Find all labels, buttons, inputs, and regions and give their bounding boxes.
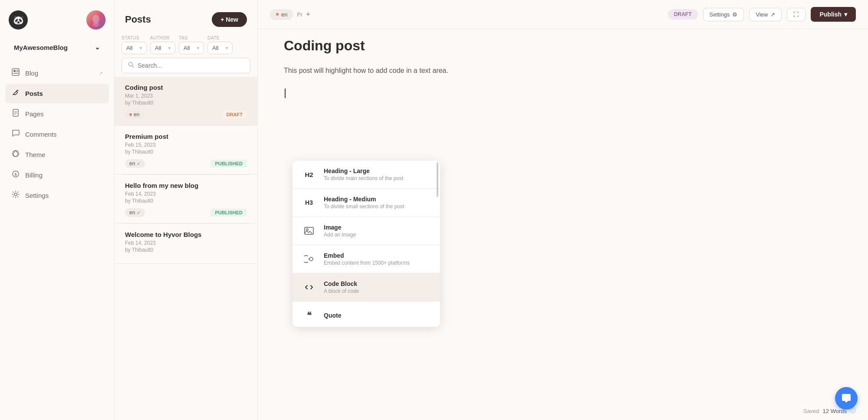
sidebar-item-billing[interactable]: $ Billing xyxy=(5,165,109,185)
posts-header: Posts + New xyxy=(115,0,257,36)
settings-label: Settings xyxy=(710,11,730,18)
user-avatar[interactable] xyxy=(86,10,105,30)
lang-text: en xyxy=(134,112,139,118)
sidebar-item-label: Comments xyxy=(25,131,57,138)
settings-icon xyxy=(11,190,20,200)
status-dropdown[interactable]: All ▾ xyxy=(122,42,147,54)
dropdown-text: Quote xyxy=(324,312,431,319)
lang-check-icon: ✓ xyxy=(137,210,141,216)
avatar-icon xyxy=(86,10,105,30)
post-title: Coding post xyxy=(284,38,842,54)
embed-icon xyxy=(301,251,317,267)
sidebar-item-settings[interactable]: Settings xyxy=(5,186,109,205)
dropdown-text: Image Add an image xyxy=(324,224,431,238)
chat-support-button[interactable] xyxy=(835,387,858,410)
search-box xyxy=(122,58,250,73)
block-title: Embed xyxy=(324,252,431,259)
author-value: All xyxy=(155,45,161,51)
post-title: Coding post xyxy=(125,84,247,91)
saved-label: Saved xyxy=(803,408,819,414)
filters-row: STATUS All ▾ AUTHOR All ▾ TAG All ▾ DATE… xyxy=(115,36,257,58)
date-dropdown[interactable]: All ▾ xyxy=(207,42,233,54)
publish-button[interactable]: Publish ▾ xyxy=(811,7,856,22)
blog-name-label: MyAwesomeBlog xyxy=(14,44,68,51)
sidebar-item-label: Billing xyxy=(25,171,43,179)
dropdown-text: Heading - Medium To divide small section… xyxy=(324,196,431,210)
lang-tab-fr[interactable]: Fr xyxy=(297,11,302,18)
view-button[interactable]: View ↗ xyxy=(749,8,782,21)
search-input[interactable] xyxy=(138,62,244,69)
dropdown-text: Code Block A block of code xyxy=(324,280,431,294)
lang-tab-en[interactable]: en xyxy=(270,9,293,20)
chevron-down-icon: ⌄ xyxy=(95,43,100,51)
blog-name-selector[interactable]: MyAwesomeBlog ⌄ xyxy=(5,38,109,56)
date-value: All xyxy=(212,45,218,51)
author-dropdown[interactable]: All ▾ xyxy=(150,42,175,54)
block-title: Code Block xyxy=(324,280,431,287)
list-item[interactable]: Welcome to Hyvor Blogs Feb 14, 2023 by T… xyxy=(115,224,257,264)
post-footer: en ✓ PUBLISHED xyxy=(125,159,247,168)
list-item[interactable]: Premium post Feb 15, 2023 by Thibault0 e… xyxy=(115,126,257,174)
status-label: STATUS xyxy=(122,36,147,40)
lang-badge[interactable]: en ✓ xyxy=(125,159,145,168)
lang-badge[interactable]: en ✓ xyxy=(125,208,145,217)
image-block-icon xyxy=(301,223,317,239)
block-desc: To divide small sections of the post xyxy=(324,203,431,210)
tag-dropdown[interactable]: All ▾ xyxy=(179,42,204,54)
block-desc: To divide main sections of the post xyxy=(324,175,431,181)
date-label: DATE xyxy=(207,36,233,40)
lang-badge[interactable]: en xyxy=(125,110,144,119)
post-author: by Thibault0 xyxy=(125,100,247,106)
external-link-icon: ↗ xyxy=(99,70,103,76)
app-logo: 🐼 xyxy=(9,10,28,30)
sidebar-item-pages[interactable]: Pages xyxy=(5,104,109,124)
text-cursor xyxy=(285,89,286,98)
pages-icon xyxy=(11,109,20,119)
list-item[interactable]: Hello from my new blog Feb 14, 2023 by T… xyxy=(115,175,257,223)
sidebar: 🐼 MyAwesomeBlog ⌄ xyxy=(0,0,115,420)
block-option-embed[interactable]: Embed Embed content from 1500+ platforms xyxy=(293,245,440,273)
post-title: Welcome to Hyvor Blogs xyxy=(125,231,247,238)
post-subtitle: This post will highlight how to add code… xyxy=(284,65,842,76)
dropdown-text: Embed Embed content from 1500+ platforms xyxy=(324,252,431,266)
settings-button[interactable]: Settings ⚙ xyxy=(703,8,744,21)
sidebar-header: 🐼 xyxy=(0,0,114,38)
svg-point-1 xyxy=(92,15,99,23)
lang-dot-icon xyxy=(129,113,132,116)
list-item[interactable]: Coding post Mar 1, 2023 by Thibault0 en … xyxy=(115,77,257,125)
fullscreen-button[interactable]: ⛶ xyxy=(787,8,806,21)
sidebar-item-blog[interactable]: Blog ↗ xyxy=(5,63,109,83)
svg-rect-3 xyxy=(13,70,16,72)
block-option-quote[interactable]: ❝ Quote xyxy=(293,302,440,327)
author-label: AUTHOR xyxy=(150,36,175,40)
lang-en-label: en xyxy=(281,11,287,18)
post-date: Feb 14, 2023 xyxy=(125,240,247,246)
block-option-code[interactable]: Code Block A block of code xyxy=(293,273,440,302)
post-footer: en ✓ PUBLISHED xyxy=(125,208,247,217)
quote-icon: ❝ xyxy=(301,308,317,323)
sidebar-item-comments[interactable]: Comments xyxy=(5,125,109,144)
sidebar-nav: Blog ↗ Posts Pages Comments xyxy=(0,60,114,420)
sidebar-item-label: Pages xyxy=(25,110,44,118)
block-option-image[interactable]: Image Add an image xyxy=(293,217,440,245)
tag-caret-icon: ▾ xyxy=(197,46,199,50)
sidebar-item-posts[interactable]: Posts xyxy=(5,84,109,103)
post-title: Premium post xyxy=(125,133,247,140)
svg-line-18 xyxy=(132,66,134,68)
draft-badge: DRAFT xyxy=(668,9,698,20)
add-language-button[interactable]: + xyxy=(306,10,311,19)
sidebar-item-theme[interactable]: Theme xyxy=(5,145,109,164)
block-option-h2[interactable]: H2 Heading - Large To divide main sectio… xyxy=(293,161,440,189)
new-post-button[interactable]: + New xyxy=(212,12,247,27)
tag-value: All xyxy=(184,45,190,51)
dropdown-scrollbar[interactable] xyxy=(437,162,438,197)
post-date: Mar 1, 2023 xyxy=(125,93,247,99)
editor-title-bar: Coding post xyxy=(258,29,868,65)
sidebar-item-label: Blog xyxy=(25,69,38,77)
status-badge: PUBLISHED xyxy=(210,160,247,167)
status-filter: STATUS All ▾ xyxy=(122,36,147,54)
editor-content[interactable]: This post will highlight how to add code… xyxy=(258,65,868,402)
block-option-h3[interactable]: H3 Heading - Medium To divide small sect… xyxy=(293,189,440,217)
block-desc: Embed content from 1500+ platforms xyxy=(324,260,431,266)
status-caret-icon: ▾ xyxy=(140,46,142,50)
